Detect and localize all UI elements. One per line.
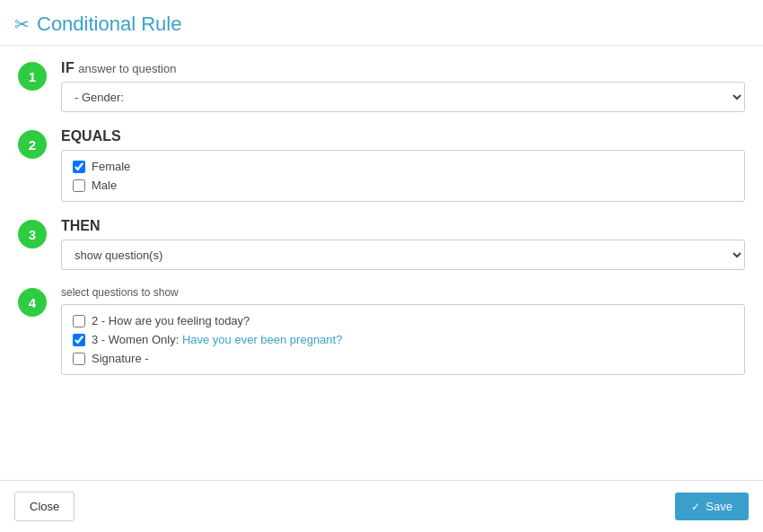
check-icon: ✓	[691, 501, 700, 513]
question-2-label: 2 - How are you feeling today?	[92, 314, 250, 327]
scissors-icon: ✂	[14, 13, 30, 35]
footer: Close ✓ Save	[0, 480, 763, 532]
questions-checkboxes: 2 - How are you feeling today? 3 - Women…	[61, 304, 745, 375]
question-3-label: 3 - Women Only: Have you ever been pregn…	[92, 333, 342, 346]
checkbox-female: Female	[73, 160, 733, 173]
step-1-label: IF answer to question	[61, 60, 745, 76]
question-select[interactable]: - Gender:	[61, 82, 745, 112]
step-2-badge: 2	[18, 130, 47, 159]
step-4-badge: 4	[18, 288, 47, 317]
signature-label: Signature -	[92, 352, 149, 365]
step-1-row: 1 IF answer to question - Gender:	[18, 60, 745, 112]
then-label: THEN	[61, 218, 745, 234]
step-3-row: 3 THEN show question(s) hide question(s)	[18, 218, 745, 270]
checkbox-question-2: 2 - How are you feeling today?	[73, 314, 733, 327]
checkbox-question-3: 3 - Women Only: Have you ever been pregn…	[73, 333, 733, 346]
question-3-checkbox[interactable]	[73, 334, 85, 346]
signature-checkbox[interactable]	[73, 353, 85, 365]
step-3-badge: 3	[18, 220, 47, 249]
checkbox-male: Male	[73, 179, 733, 192]
equals-label: EQUALS	[61, 128, 745, 144]
female-checkbox[interactable]	[73, 161, 85, 173]
step-1-badge: 1	[18, 62, 47, 91]
step-4-row: 4 select questions to show 2 - How are y…	[18, 286, 745, 375]
action-select[interactable]: show question(s) hide question(s)	[61, 240, 745, 270]
step-2-content: EQUALS Female Male	[61, 128, 745, 202]
save-button[interactable]: ✓ Save	[675, 493, 749, 520]
checkbox-signature: Signature -	[73, 352, 733, 365]
if-rest: answer to question	[78, 62, 176, 75]
select-questions-label: select questions to show	[61, 286, 745, 299]
step-2-row: 2 EQUALS Female Male	[18, 128, 745, 202]
if-word: IF	[61, 60, 75, 75]
step-4-content: select questions to show 2 - How are you…	[61, 286, 745, 375]
male-label: Male	[92, 179, 117, 192]
page-title: Conditional Rule	[37, 13, 181, 36]
close-button[interactable]: Close	[14, 492, 75, 521]
equals-checkboxes: Female Male	[61, 150, 745, 202]
step-3-content: THEN show question(s) hide question(s)	[61, 218, 745, 270]
step-1-content: IF answer to question - Gender:	[61, 60, 745, 112]
male-checkbox[interactable]	[73, 179, 85, 192]
question-2-checkbox[interactable]	[73, 315, 85, 327]
question-3-highlight: Have you ever been pregnant?	[182, 333, 343, 346]
save-label: Save	[706, 500, 732, 513]
female-label: Female	[92, 160, 130, 173]
